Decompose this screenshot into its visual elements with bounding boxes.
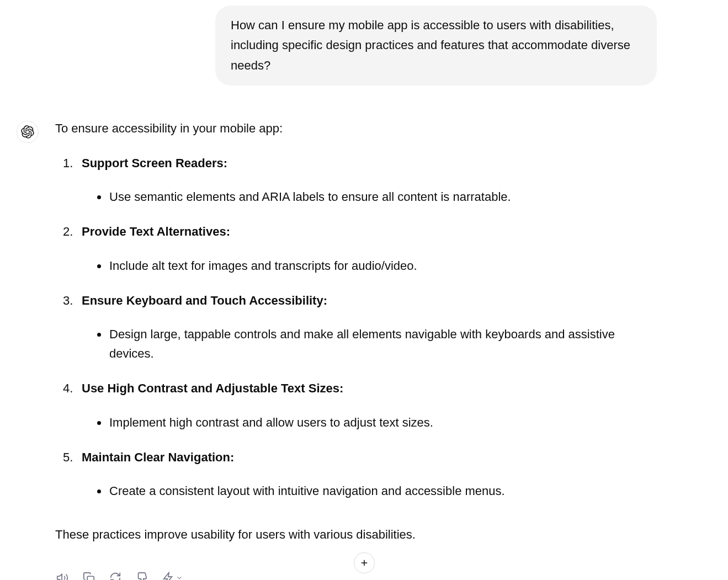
assistant-intro-text: To ensure accessibility in your mobile a… (55, 119, 657, 138)
sub-list: Create a consistent layout with intuitiv… (82, 481, 657, 501)
thumbs-down-icon (136, 572, 148, 580)
list-item: Provide Text Alternatives: Include alt t… (63, 222, 657, 275)
copy-icon (83, 572, 95, 580)
sub-list: Use semantic elements and ARIA labels to… (82, 187, 657, 206)
sub-list: Include alt text for images and transcri… (82, 256, 657, 275)
attach-button[interactable] (354, 552, 375, 573)
list-item-title: Ensure Keyboard and Touch Accessibility: (82, 294, 327, 307)
sub-list-item: Create a consistent layout with intuitiv… (108, 481, 657, 501)
assistant-closing-text: These practices improve usability for us… (55, 525, 657, 544)
sub-list-item: Design large, tappable controls and make… (108, 324, 657, 363)
refresh-icon (109, 572, 121, 580)
dislike-button[interactable] (135, 571, 149, 580)
sub-list-item: Include alt text for images and transcri… (108, 256, 657, 275)
list-item: Maintain Clear Navigation: Create a cons… (63, 448, 657, 501)
list-item: Ensure Keyboard and Touch Accessibility:… (63, 291, 657, 364)
list-item-title: Use High Contrast and Adjustable Text Si… (82, 381, 343, 395)
sub-list: Implement high contrast and allow users … (82, 413, 657, 432)
list-item-title: Provide Text Alternatives: (82, 225, 230, 238)
model-switch-button[interactable] (161, 571, 184, 580)
sub-list-item: Use semantic elements and ARIA labels to… (108, 187, 657, 206)
svg-rect-0 (87, 577, 94, 580)
speaker-icon (56, 572, 68, 580)
assistant-message-row: To ensure accessibility in your mobile a… (17, 119, 657, 580)
accessibility-list: Support Screen Readers: Use semantic ele… (55, 153, 657, 501)
user-message-row: How can I ensure my mobile app is access… (17, 6, 657, 86)
sub-list-item: Implement high contrast and allow users … (108, 413, 657, 432)
user-message-bubble[interactable]: How can I ensure my mobile app is access… (215, 6, 657, 86)
read-aloud-button[interactable] (55, 571, 70, 580)
list-item-title: Maintain Clear Navigation: (82, 450, 234, 464)
composer-attach-area (354, 552, 375, 573)
lightning-icon (162, 572, 174, 580)
plus-icon (359, 558, 369, 568)
chat-container: How can I ensure my mobile app is access… (0, 0, 684, 580)
assistant-message-content: To ensure accessibility in your mobile a… (55, 119, 657, 580)
regenerate-button[interactable] (108, 571, 123, 580)
sub-list: Design large, tappable controls and make… (82, 324, 657, 363)
list-item: Support Screen Readers: Use semantic ele… (63, 153, 657, 206)
list-item: Use High Contrast and Adjustable Text Si… (63, 379, 657, 432)
chatgpt-logo-icon (21, 125, 34, 139)
chevron-down-icon (176, 574, 183, 580)
copy-button[interactable] (82, 571, 96, 580)
list-item-title: Support Screen Readers: (82, 156, 227, 170)
assistant-avatar (17, 121, 39, 143)
